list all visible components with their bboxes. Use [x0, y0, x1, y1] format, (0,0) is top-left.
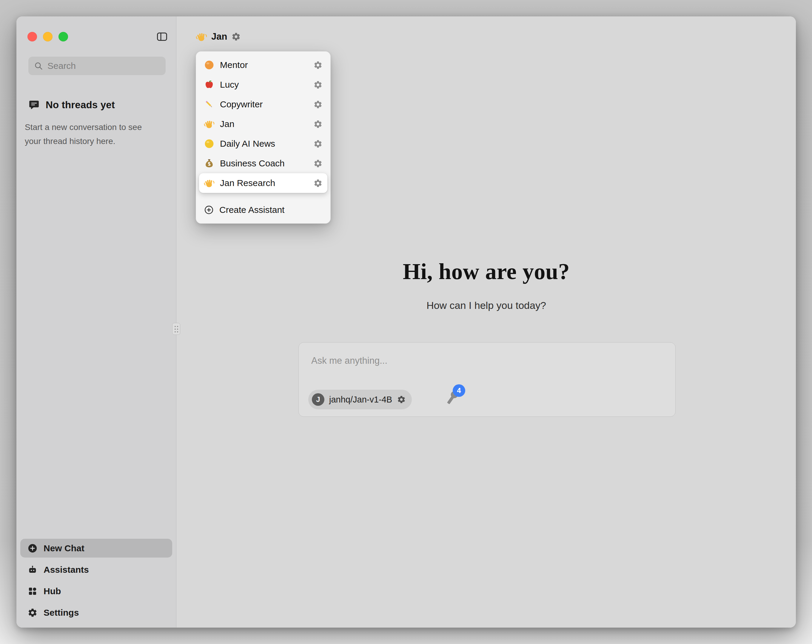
- menu-item-label: Copywriter: [220, 99, 308, 110]
- empty-state-title: No threads yet: [46, 99, 115, 111]
- gear-icon[interactable]: [313, 100, 323, 109]
- main-area: Jan Mentor Lucy Copywriter Jan: [177, 17, 796, 627]
- gear-icon[interactable]: [231, 32, 241, 41]
- menu-item-label: Lucy: [220, 79, 308, 90]
- app-window: No threads yet Start a new conversation …: [17, 17, 796, 627]
- sidebar-resize-handle[interactable]: [172, 323, 180, 335]
- sidebar-toggle-button[interactable]: [156, 31, 168, 43]
- hub-grid-icon: [27, 586, 38, 596]
- apple-icon: [204, 79, 215, 90]
- model-selector[interactable]: J janhq/Jan-v1-4B: [308, 390, 412, 410]
- sidebar-item-assistants[interactable]: Assistants: [20, 560, 172, 579]
- zoom-button[interactable]: [58, 32, 68, 41]
- minimize-button[interactable]: [43, 32, 52, 41]
- close-button[interactable]: [27, 32, 37, 41]
- search-box: [28, 57, 166, 75]
- create-assistant-button[interactable]: Create Assistant: [199, 200, 327, 220]
- menu-item-copywriter[interactable]: Copywriter: [199, 94, 327, 114]
- gear-icon[interactable]: [313, 178, 323, 188]
- search-icon: [34, 61, 43, 71]
- gear-icon[interactable]: [313, 139, 323, 148]
- sidebar-nav: New Chat Assistants Hub Settings: [20, 539, 172, 622]
- grip-dots-icon: [175, 326, 176, 327]
- menu-item-label: Business Coach: [220, 158, 308, 169]
- gear-icon: [27, 607, 38, 618]
- chat-bubble-icon: [28, 99, 40, 111]
- empty-state-description: Start a new conversation to see your thr…: [25, 120, 153, 148]
- model-name: janhq/Jan-v1-4B: [329, 395, 392, 405]
- model-avatar: J: [312, 393, 324, 406]
- money-bag-icon: [204, 158, 215, 169]
- gear-icon[interactable]: [313, 61, 323, 70]
- sidebar-item-hub[interactable]: Hub: [20, 582, 172, 600]
- menu-item-lucy[interactable]: Lucy: [199, 75, 327, 94]
- wave-icon: [204, 178, 215, 189]
- menu-item-mentor[interactable]: Mentor: [199, 55, 327, 75]
- pencil-icon: [204, 99, 215, 110]
- gear-icon[interactable]: [397, 395, 406, 404]
- wave-icon: [204, 119, 215, 129]
- robot-icon: [27, 565, 38, 575]
- orange-circle-icon: [204, 59, 215, 70]
- menu-item-business-coach[interactable]: Business Coach: [199, 154, 327, 173]
- sidebar-item-label: New Chat: [44, 543, 84, 553]
- menu-item-jan[interactable]: Jan: [199, 114, 327, 134]
- wave-icon: [196, 31, 207, 42]
- assistant-menu: Mentor Lucy Copywriter Jan Daily AI News: [196, 51, 331, 224]
- menu-item-label: Daily AI News: [220, 139, 308, 149]
- assistant-name: Jan: [211, 31, 227, 42]
- search-input[interactable]: [47, 61, 160, 71]
- sidebar-item-label: Assistants: [44, 565, 89, 575]
- window-controls: [27, 32, 68, 41]
- menu-item-jan-research[interactable]: Jan Research: [199, 173, 327, 193]
- sidebar-item-label: Hub: [44, 586, 61, 596]
- sidebar: No threads yet Start a new conversation …: [17, 17, 176, 627]
- tools-button[interactable]: 4: [446, 391, 459, 405]
- plus-circle-outline-icon: [204, 205, 214, 215]
- yellow-circle-icon: [204, 139, 215, 149]
- sidebar-item-label: Settings: [44, 607, 79, 618]
- menu-item-label: Jan: [220, 119, 308, 129]
- gear-icon[interactable]: [313, 159, 323, 168]
- composer-card: J janhq/Jan-v1-4B 4: [298, 342, 676, 417]
- gear-icon[interactable]: [313, 120, 323, 129]
- sidebar-item-new-chat[interactable]: New Chat: [20, 539, 172, 557]
- menu-item-daily-ai-news[interactable]: Daily AI News: [199, 134, 327, 154]
- greeting-title: Hi, how are you?: [177, 259, 796, 285]
- assistant-selector[interactable]: Jan: [196, 28, 241, 46]
- menu-item-label: Jan Research: [220, 178, 308, 188]
- greeting-subtitle: How can I help you today?: [177, 300, 796, 311]
- plus-circle-icon: [27, 543, 38, 553]
- sidebar-item-settings[interactable]: Settings: [20, 603, 172, 622]
- menu-item-label: Mentor: [220, 60, 308, 70]
- empty-state-header: No threads yet: [28, 99, 115, 111]
- gear-icon[interactable]: [313, 80, 323, 90]
- message-input[interactable]: [311, 353, 663, 368]
- sidebar-toggle-icon: [156, 31, 168, 43]
- create-assistant-label: Create Assistant: [219, 205, 284, 215]
- tools-count-badge: 4: [453, 384, 465, 397]
